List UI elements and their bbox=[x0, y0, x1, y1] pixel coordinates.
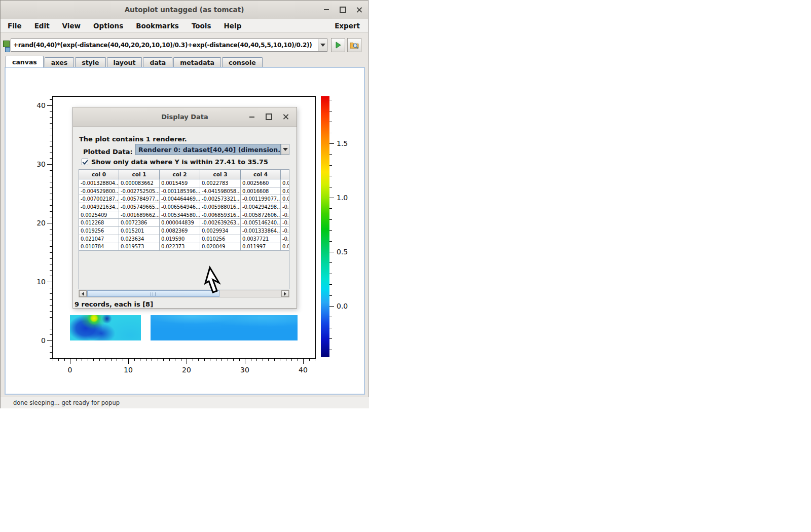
table-row[interactable]: -0.007002187...-0.005784977...-0.0044644… bbox=[79, 195, 289, 203]
scroll-right-button[interactable] bbox=[281, 290, 289, 297]
checkmark-icon bbox=[82, 159, 88, 165]
uri-dropdown-button[interactable] bbox=[318, 39, 327, 52]
table-cell: -0.001333864... bbox=[241, 227, 281, 235]
menu-help[interactable]: Help bbox=[224, 22, 242, 30]
tab-canvas[interactable]: canvas bbox=[6, 56, 44, 67]
table-cell: -0.005988016... bbox=[200, 203, 241, 211]
go-button[interactable] bbox=[331, 38, 345, 52]
table-cell: -0.005749665... bbox=[119, 203, 160, 211]
table-cell: -0.002573321... bbox=[200, 195, 241, 203]
close-button[interactable] bbox=[355, 6, 363, 14]
plotted-data-combobox[interactable]: Renderer 0: dataset[40,40] (dimension... bbox=[135, 144, 281, 155]
table-cell: -0.001185396... bbox=[160, 187, 200, 195]
table-cell: -0.005784977... bbox=[119, 195, 160, 203]
table-cell: -0.001199077... bbox=[241, 195, 281, 203]
tab-console[interactable]: console bbox=[222, 57, 263, 67]
column-header[interactable]: col 0 bbox=[79, 170, 119, 179]
status-bar: done sleeping... get ready for popup bbox=[1, 397, 369, 408]
table-row[interactable]: -0.004921634...-0.005749665...-0.0065649… bbox=[79, 203, 289, 211]
table-cell: -0.005146240... bbox=[241, 219, 281, 227]
table-cell: 0.019256 bbox=[79, 227, 119, 235]
dialog-titlebar[interactable]: Display Data bbox=[73, 107, 297, 127]
table-cell: 0.019573 bbox=[119, 243, 160, 251]
column-header[interactable]: col 4 bbox=[241, 170, 281, 179]
tab-data[interactable]: data bbox=[143, 57, 172, 67]
datasource-type-green-icon bbox=[3, 41, 10, 47]
table-cell: -0.001328804... bbox=[79, 179, 119, 187]
table-cell: -0.005344580... bbox=[160, 211, 200, 219]
table-row[interactable]: -0.004529800...-0.002752505...-0.0011853… bbox=[79, 187, 289, 195]
table-row[interactable]: -0.001328804...0.0000836620.00154590.002… bbox=[79, 179, 289, 187]
filter-label: Show only data where Y is within 27.41 t… bbox=[91, 158, 268, 166]
menubar: FileEditViewOptionsBookmarksToolsHelp Ex… bbox=[1, 19, 368, 33]
menu-file[interactable]: File bbox=[8, 22, 22, 30]
table-header-row: col 0col 1col 2col 3col 4 bbox=[79, 170, 289, 179]
column-header[interactable]: col 3 bbox=[200, 170, 241, 179]
table-cell: -0.001689662... bbox=[119, 211, 160, 219]
menu-tools[interactable]: Tools bbox=[192, 22, 211, 30]
arrow-left-icon bbox=[82, 292, 84, 296]
page: Autoplot untagged (as tomcat) FileEditVi… bbox=[0, 0, 811, 532]
data-table-viewport[interactable]: col 0col 1col 2col 3col 4 -0.001328804..… bbox=[79, 169, 289, 289]
table-cell: 0.011997 bbox=[241, 243, 281, 251]
tab-style[interactable]: style bbox=[75, 57, 105, 67]
table-row[interactable]: 0.0210470.0236340.0195900.0102560.003772… bbox=[79, 235, 289, 243]
table-cell: 0.022373 bbox=[160, 243, 200, 251]
horizontal-scrollbar[interactable] bbox=[79, 290, 289, 297]
dialog-title: Display Data bbox=[161, 113, 208, 121]
plotted-data-label: Plotted Data: bbox=[83, 148, 133, 156]
scroll-left-button[interactable] bbox=[79, 290, 87, 297]
table-cell: -0.005872606... bbox=[241, 211, 281, 219]
scrollbar-thumb[interactable] bbox=[87, 290, 219, 297]
menu-expert[interactable]: Expert bbox=[335, 22, 360, 30]
menu-bookmarks[interactable]: Bookmarks bbox=[136, 22, 179, 30]
status-text: done sleeping... get ready for popup bbox=[13, 399, 120, 406]
table-cell: 0.010256 bbox=[200, 235, 241, 243]
maximize-button[interactable] bbox=[339, 6, 347, 14]
table-body: -0.001328804...0.0000836620.00154590.002… bbox=[79, 179, 289, 251]
table-cell: -0.0 bbox=[281, 227, 290, 235]
tab-layout[interactable]: layout bbox=[107, 57, 142, 67]
column-header[interactable]: col 1 bbox=[119, 170, 160, 179]
table-cell: -0.004921634... bbox=[79, 203, 119, 211]
table-cell: 0.012268 bbox=[79, 219, 119, 227]
minimize-button[interactable] bbox=[322, 6, 330, 14]
chevron-down-icon bbox=[283, 148, 288, 151]
table-cell: 0.0016608 bbox=[241, 187, 281, 195]
column-header[interactable] bbox=[281, 170, 290, 179]
table-row[interactable]: 0.0122680.00723860.000044839-0.002639263… bbox=[79, 219, 289, 227]
dialog-minimize-button[interactable] bbox=[248, 113, 256, 121]
table-cell: 0.0025660 bbox=[241, 179, 281, 187]
dialog-maximize-button[interactable] bbox=[265, 113, 273, 121]
app-titlebar[interactable]: Autoplot untagged (as tomcat) bbox=[1, 1, 368, 19]
open-file-button[interactable] bbox=[347, 38, 361, 52]
table-cell: 0.023634 bbox=[119, 235, 160, 243]
maximize-icon bbox=[340, 7, 346, 13]
table-cell: 0.0082369 bbox=[160, 227, 200, 235]
table-cell: 0.0037721 bbox=[241, 235, 281, 243]
table-row[interactable]: 0.0107840.0195730.0223730.0200490.011997… bbox=[79, 243, 289, 251]
chevron-down-icon bbox=[320, 44, 325, 47]
maximize-icon bbox=[266, 113, 272, 120]
table-row[interactable]: 0.0192560.0152010.00823690.0029934-0.001… bbox=[79, 227, 289, 235]
menu-options[interactable]: Options bbox=[93, 22, 123, 30]
table-cell: 0.015201 bbox=[119, 227, 160, 235]
column-header[interactable]: col 2 bbox=[160, 170, 200, 179]
menu-edit[interactable]: Edit bbox=[34, 22, 50, 30]
table-cell: -0.0 bbox=[281, 235, 290, 243]
tab-strip: canvasaxesstylelayoutdatametadataconsole bbox=[6, 56, 264, 67]
folder-magnifier-icon bbox=[350, 41, 359, 49]
dialog-close-button[interactable] bbox=[281, 113, 289, 121]
filter-checkbox[interactable] bbox=[82, 159, 88, 165]
tab-axes[interactable]: axes bbox=[45, 57, 74, 67]
scrollbar-grip-icon bbox=[151, 292, 156, 296]
table-cell: 0.00 bbox=[281, 243, 290, 251]
menu-view[interactable]: View bbox=[62, 22, 81, 30]
plotted-data-combobox-arrow[interactable] bbox=[281, 144, 289, 155]
table-row[interactable]: 0.0025409-0.001689662...-0.005344580...-… bbox=[79, 211, 289, 219]
table-cell: 0.00 bbox=[281, 179, 290, 187]
table-cell: -0.007002187... bbox=[79, 195, 119, 203]
tab-metadata[interactable]: metadata bbox=[173, 57, 221, 67]
table-cell: -0.002752505... bbox=[119, 187, 160, 195]
uri-input[interactable]: +rand(40,40)*(exp(-distance(40,40,20,20,… bbox=[11, 39, 318, 52]
